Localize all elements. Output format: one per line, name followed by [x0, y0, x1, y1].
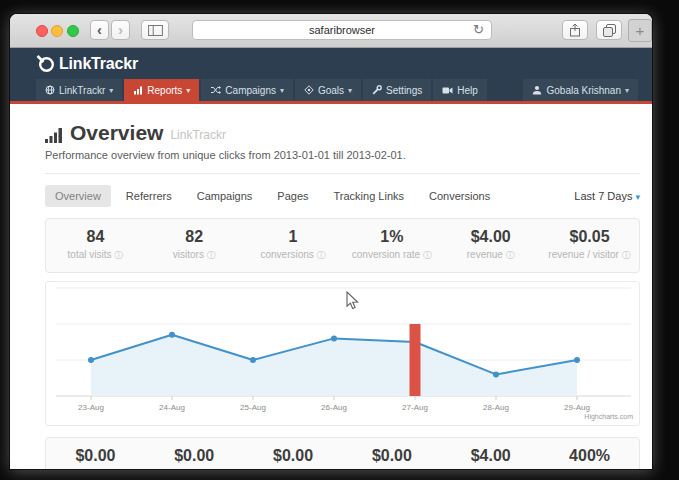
stat-label: total cost: [70, 468, 110, 469]
stats-row-top: 84 total visits ⓘ 82 visitors ⓘ 1 conver…: [45, 218, 640, 273]
nav-item-goals[interactable]: Goals ▾: [295, 79, 361, 101]
visits-area-chart[interactable]: 23-Aug24-Aug25-Aug26-Aug27-Aug28-Aug29-A…: [46, 282, 639, 423]
nav-label: Campaigns: [225, 85, 276, 96]
stat-value: $0.00: [145, 447, 244, 465]
svg-text:24-Aug: 24-Aug: [159, 403, 185, 412]
date-range-selector[interactable]: Last 7 Days ▾: [574, 190, 640, 202]
nav-item-settings[interactable]: Settings: [363, 79, 431, 101]
stat-value: 84: [46, 228, 145, 246]
page-head: Overview LinkTrackr: [45, 122, 640, 143]
tab-referrers[interactable]: Referrers: [116, 185, 182, 207]
linktrackr-logo-icon[interactable]: [36, 54, 55, 73]
tab-conversions[interactable]: Conversions: [419, 185, 500, 207]
chevron-down-icon: ▾: [348, 86, 352, 95]
svg-text:27-Aug: 27-Aug: [402, 403, 428, 412]
nav-label: Reports: [147, 85, 182, 96]
highcharts-credit: Highcharts.com: [584, 413, 633, 421]
stat-total-visits: 84 total visits ⓘ: [46, 228, 145, 262]
stat-profit: $4.00 profit ⓘ: [441, 447, 540, 469]
zoom-window-button[interactable]: [67, 25, 79, 37]
overview-chart-icon: [45, 127, 63, 143]
site-header: LinkTrackr: [10, 48, 652, 79]
stat-label: visitors: [173, 249, 204, 260]
back-icon: ‹: [97, 22, 102, 37]
show-tabs-button[interactable]: [596, 20, 622, 40]
user-menu[interactable]: Gobala Krishnan ▾: [523, 79, 638, 101]
svg-text:29-Aug: 29-Aug: [564, 403, 590, 412]
sidebar-icon: [148, 25, 163, 36]
stat-label: revenue / visitor: [548, 249, 619, 260]
info-icon[interactable]: ⓘ: [114, 250, 123, 260]
nav-item-reports[interactable]: Reports ▾: [124, 79, 199, 101]
address-bar[interactable]: safaribrowser ↻: [192, 20, 492, 40]
diamond-icon: [304, 85, 314, 95]
stat-total-cost: $0.00 total cost ⓘ: [46, 447, 145, 469]
nav-item-campaigns[interactable]: Campaigns ▾: [201, 79, 293, 101]
logo-text[interactable]: LinkTrackr: [59, 55, 138, 73]
date-range-label: Last 7 Days: [574, 190, 632, 202]
nav-label: LinkTrackr: [59, 85, 105, 96]
back-button[interactable]: ‹: [90, 20, 109, 40]
tab-campaigns[interactable]: Campaigns: [187, 185, 263, 207]
wrench-icon: [372, 85, 382, 95]
safari-window: ‹ › safaribrowser ↻: [10, 14, 652, 469]
chevron-down-icon: ▾: [109, 86, 113, 95]
stat-value: $0.00: [244, 447, 343, 465]
chevron-down-icon: ▾: [625, 86, 629, 95]
close-window-button[interactable]: [36, 25, 48, 37]
stat-conversion-rate: 1% conversion rate ⓘ: [342, 228, 441, 262]
share-icon: [569, 23, 581, 37]
report-tabs: Overview Referrers Campaigns Pages Track…: [45, 185, 640, 207]
chevron-down-icon: ▾: [280, 86, 284, 95]
stat-value: $0.00: [46, 447, 145, 465]
info-icon[interactable]: ⓘ: [622, 250, 631, 260]
reload-icon[interactable]: ↻: [473, 22, 484, 37]
stat-label: total visits: [68, 249, 112, 260]
sidebar-toggle-button[interactable]: [141, 20, 169, 40]
stat-value: 1: [244, 228, 343, 246]
svg-text:23-Aug: 23-Aug: [78, 403, 104, 412]
info-icon[interactable]: ⓘ: [317, 250, 326, 260]
svg-text:28-Aug: 28-Aug: [483, 403, 509, 412]
minimize-window-button[interactable]: [51, 25, 63, 37]
share-button[interactable]: [562, 20, 588, 40]
tab-pages[interactable]: Pages: [267, 185, 318, 207]
stat-conversions: 1 conversions ⓘ: [244, 228, 343, 262]
stat-value: 400%: [540, 447, 639, 465]
info-icon[interactable]: ⓘ: [423, 250, 432, 260]
stats-row-bottom: $0.00 total cost ⓘ $0.00 cost / visit ⓘ …: [45, 437, 640, 469]
divider: [45, 173, 640, 174]
forward-button[interactable]: ›: [111, 20, 130, 40]
stat-revenue-per-visitor: $0.05 revenue / visitor ⓘ: [540, 228, 639, 262]
stat-label: cost / day: [266, 468, 309, 469]
main-nav: LinkTrackr ▾ Reports ▾ Camp: [10, 79, 652, 104]
info-icon[interactable]: ⓘ: [506, 250, 515, 260]
stat-label: roi: [578, 468, 589, 469]
tab-tracking-links[interactable]: Tracking Links: [324, 185, 415, 207]
stat-label: revenue: [467, 249, 503, 260]
svg-text:25-Aug: 25-Aug: [240, 403, 266, 412]
shuffle-icon: [210, 85, 221, 95]
stat-label: cpa: [378, 468, 394, 469]
stat-value: $4.00: [441, 447, 540, 465]
page-title-suffix: LinkTrackr: [170, 128, 226, 143]
nav-label: Settings: [386, 85, 422, 96]
nav-item-linktrackr[interactable]: LinkTrackr ▾: [36, 79, 122, 101]
nav-item-help[interactable]: Help: [433, 79, 487, 101]
info-icon[interactable]: ⓘ: [207, 250, 216, 260]
svg-text:26-Aug: 26-Aug: [321, 403, 347, 412]
stat-visitors: 82 visitors ⓘ: [145, 228, 244, 262]
nav-label: Help: [457, 85, 478, 96]
forward-icon: ›: [118, 22, 123, 37]
camera-icon: [442, 86, 453, 95]
plus-icon: +: [636, 22, 645, 39]
stat-roi: 400% roi ⓘ: [540, 447, 639, 469]
tab-overview[interactable]: Overview: [45, 185, 111, 207]
browser-toolbar: ‹ › safaribrowser ↻: [10, 14, 652, 48]
visits-chart-card: 23-Aug24-Aug25-Aug26-Aug27-Aug28-Aug29-A…: [45, 281, 640, 426]
new-tab-button[interactable]: +: [628, 19, 652, 42]
page-content: Overview LinkTrackr Performance overview…: [10, 122, 652, 469]
stat-value: 82: [145, 228, 244, 246]
stat-label: conversions: [261, 249, 314, 260]
stat-value: 1%: [342, 228, 441, 246]
